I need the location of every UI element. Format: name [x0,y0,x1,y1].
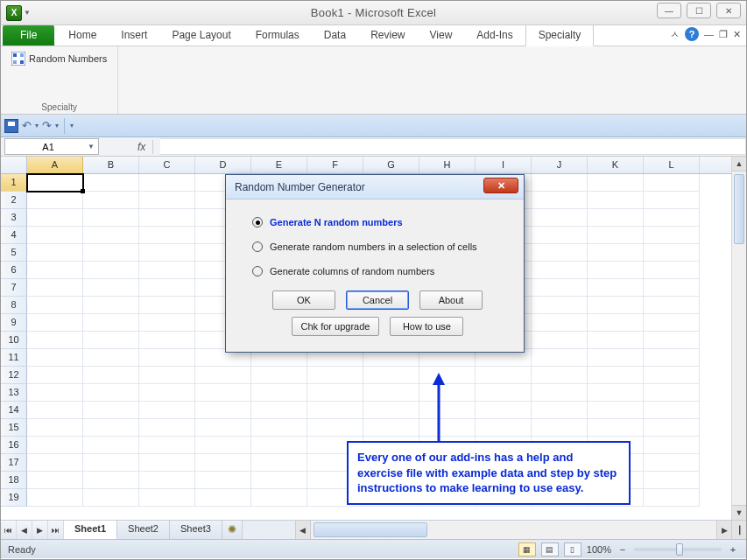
tab-formulas[interactable]: Formulas [243,25,312,46]
row-header[interactable]: 1 [1,174,27,192]
cell[interactable] [588,297,644,314]
row-header[interactable]: 2 [1,192,27,209]
about-button[interactable]: About [419,290,483,310]
zoom-slider[interactable] [634,548,722,551]
cell[interactable] [532,297,588,314]
cell[interactable] [83,489,139,507]
col-header-c[interactable]: C [139,157,195,173]
sheet-tab-1[interactable]: Sheet1 [64,521,117,539]
cell[interactable] [83,297,139,314]
cell[interactable] [83,227,139,244]
tab-data[interactable]: Data [312,25,358,46]
cell[interactable] [588,279,644,297]
row-header[interactable]: 11 [1,349,27,367]
cell[interactable] [27,297,83,314]
cell[interactable] [27,454,83,472]
row-header[interactable]: 3 [1,209,27,227]
cell[interactable] [644,262,700,279]
cell[interactable] [27,227,83,244]
select-all-corner[interactable] [1,157,27,174]
cell[interactable] [83,384,139,402]
row-header[interactable]: 8 [1,297,27,314]
cell[interactable] [139,262,195,279]
cell[interactable] [251,419,307,437]
cell[interactable] [139,419,195,437]
cell[interactable] [363,419,419,437]
cell[interactable] [644,437,700,454]
cell[interactable] [588,209,644,227]
cell[interactable] [532,244,588,262]
tab-insert[interactable]: Insert [109,25,159,46]
cell[interactable] [588,244,644,262]
cell[interactable] [588,314,644,332]
cell[interactable] [588,349,644,367]
cell[interactable] [588,384,644,402]
cell[interactable] [27,367,83,384]
cell[interactable] [532,419,588,437]
new-sheet-icon[interactable]: ✺ [222,521,243,539]
cell[interactable] [644,454,700,472]
row-header[interactable]: 16 [1,437,27,454]
cell[interactable] [195,384,251,402]
col-header-k[interactable]: K [588,157,644,173]
cell[interactable] [139,454,195,472]
mdi-close-icon[interactable]: ✕ [733,29,741,40]
cell[interactable] [139,192,195,209]
qat-customize-chevron-icon[interactable]: ▾ [70,122,74,130]
radio-generate-n[interactable]: Generate N random numbers [252,217,503,228]
cell[interactable] [588,192,644,209]
sheet-tab-3[interactable]: Sheet3 [170,521,222,539]
cell[interactable] [419,367,476,384]
cell[interactable] [644,349,700,367]
scroll-down-icon[interactable]: ▼ [732,505,746,520]
row-header[interactable]: 19 [1,489,27,507]
view-page-break-button[interactable]: ▯ [564,542,581,556]
cell[interactable] [588,419,644,437]
name-box-chevron-icon[interactable]: ▼ [88,143,95,150]
cell[interactable] [363,384,419,402]
cell[interactable] [588,332,644,349]
cell[interactable] [532,262,588,279]
cell[interactable] [195,472,251,489]
name-box[interactable]: A1 ▼ [4,138,99,155]
cell[interactable] [139,472,195,489]
cell[interactable] [27,314,83,332]
col-header-f[interactable]: F [307,157,363,173]
cell[interactable] [139,384,195,402]
cell[interactable] [139,332,195,349]
col-header-d[interactable]: D [195,157,251,173]
radio-generate-selection[interactable]: Generate random numbers in a selection o… [252,242,503,252]
cell[interactable] [419,419,476,437]
cell[interactable] [307,367,363,384]
help-icon[interactable]: ? [685,27,699,41]
tab-view[interactable]: View [418,25,465,46]
scroll-right-icon[interactable]: ▶ [716,521,731,539]
zoom-value[interactable]: 100% [587,544,611,555]
cell[interactable] [532,314,588,332]
how-to-use-button[interactable]: How to use [390,317,463,336]
row-header[interactable]: 10 [1,332,27,349]
cell[interactable] [588,174,644,192]
window-close-button[interactable]: ✕ [716,3,741,18]
radio-generate-columns[interactable]: Generate columns of random numbers [252,266,503,276]
row-header[interactable]: 7 [1,279,27,297]
cell[interactable] [83,314,139,332]
cell[interactable] [476,367,532,384]
cell[interactable] [27,192,83,209]
cell[interactable] [27,349,83,367]
cell[interactable] [644,297,700,314]
cell[interactable] [83,244,139,262]
cell[interactable] [251,489,307,507]
cell[interactable] [644,279,700,297]
cell[interactable] [195,489,251,507]
cell[interactable] [588,262,644,279]
cell[interactable] [644,314,700,332]
cell[interactable] [251,472,307,489]
cell[interactable] [644,472,700,489]
random-numbers-button[interactable]: Random Numbers [8,50,110,67]
row-header[interactable]: 13 [1,384,27,402]
cell[interactable] [83,349,139,367]
cell[interactable] [419,402,476,419]
view-normal-button[interactable]: ▦ [518,542,536,556]
col-header-l[interactable]: L [644,157,700,173]
